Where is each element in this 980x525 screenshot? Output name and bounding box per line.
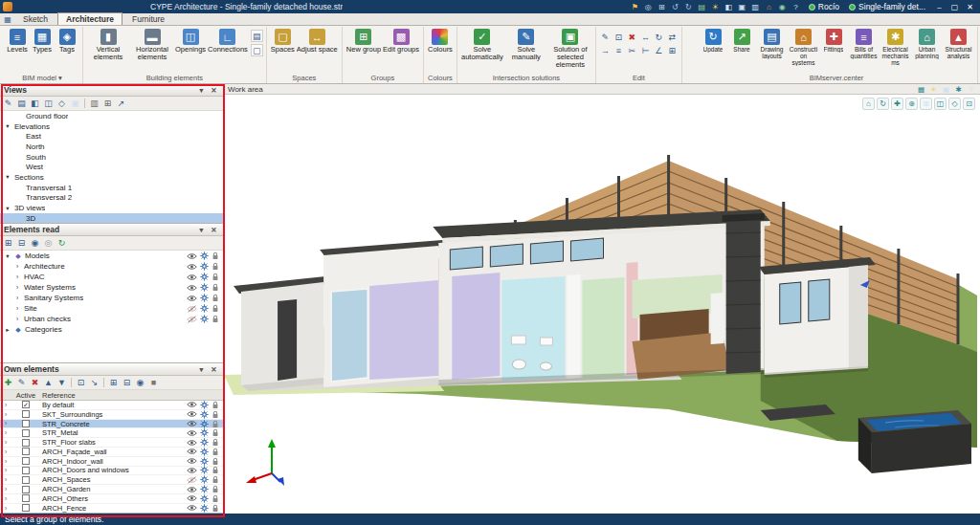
close-button[interactable]: ✕ [963, 1, 977, 12]
row-expander-icon[interactable]: › [0, 402, 11, 408]
row-expander-icon[interactable]: › [0, 467, 11, 473]
lock-icon[interactable] [212, 428, 219, 437]
own-element-row[interactable]: ›ARCH_Others [0, 494, 223, 504]
lock-icon[interactable] [212, 273, 219, 281]
own-element-row[interactable]: ›ARCH_Indoor_wall [0, 457, 223, 467]
wall-layers-icon[interactable]: ▤ [251, 30, 263, 42]
lock-icon[interactable] [212, 438, 219, 447]
ribbon-button-construction-systems[interactable]: ⌂Construction systems [788, 28, 819, 67]
collapse-all-icon[interactable]: ⊟ [121, 377, 133, 389]
printer-icon[interactable]: ▥ [749, 1, 762, 12]
eye-icon[interactable] [187, 316, 197, 323]
gear-icon[interactable] [200, 438, 209, 447]
view-tree-item[interactable]: South [0, 152, 223, 163]
active-checkbox[interactable] [22, 467, 30, 474]
own-element-row[interactable]: ›ARCH_Spaces [0, 475, 223, 485]
expander-icon[interactable]: › [13, 284, 21, 291]
zoom-window-icon[interactable]: ⊞ [920, 98, 932, 110]
ribbon-button-electrical-mechanisms[interactable]: ✱Electrical mechanisms [880, 28, 911, 67]
move-up-icon[interactable]: ▲ [42, 377, 55, 389]
offset-icon[interactable]: → [599, 44, 612, 56]
ribbon-button-new-group[interactable]: ⊞New group [345, 28, 382, 55]
help-icon[interactable]: ? [790, 1, 802, 12]
active-checkbox[interactable] [22, 504, 30, 512]
rotate-icon[interactable]: ↻ [653, 31, 665, 43]
active-checkbox[interactable] [22, 494, 30, 502]
lock-icon[interactable] [212, 420, 219, 428]
ribbon-button-share[interactable]: ↗Share [727, 28, 756, 54]
layout-icon[interactable]: ⊞ [101, 98, 114, 110]
floor-plan-icon[interactable]: ▤ [15, 98, 28, 110]
lock-icon[interactable] [212, 315, 219, 323]
model-tree-item[interactable]: ›Site [0, 303, 223, 314]
gear-icon[interactable] [200, 283, 209, 292]
expander-icon[interactable]: › [13, 316, 21, 322]
gear-icon[interactable] [200, 448, 209, 456]
display-icon[interactable]: ▦ [916, 84, 926, 94]
import-icon[interactable]: ↘ [88, 377, 100, 389]
panel-collapse-icon[interactable]: ▾ [196, 85, 207, 96]
expander-icon[interactable]: › [13, 263, 21, 270]
expander-icon[interactable]: ▸ [4, 326, 11, 334]
view-tree-item[interactable]: Ground floor [0, 111, 223, 121]
collapse-all-icon[interactable]: ⊟ [15, 237, 28, 250]
eye-icon[interactable] [187, 486, 197, 493]
expand-all-icon[interactable]: ⊞ [2, 237, 14, 250]
panel-close-icon[interactable]: ✕ [209, 225, 219, 235]
fullscreen-icon[interactable]: ⊡ [963, 98, 975, 110]
expander-icon[interactable]: ▾ [4, 122, 11, 130]
panel-collapse-icon[interactable]: ▾ [196, 225, 207, 235]
model-tree-item[interactable]: ›Urban checks [0, 314, 223, 324]
lock-all-icon[interactable]: ■ [147, 377, 160, 389]
gear-icon[interactable] [200, 410, 209, 419]
ribbon-button-openings[interactable]: ◫Openings [174, 28, 207, 55]
row-expander-icon[interactable]: › [0, 439, 11, 446]
eye-icon[interactable] [187, 284, 197, 292]
expand-all-icon[interactable]: ⊞ [107, 377, 120, 389]
lock-icon[interactable] [212, 401, 219, 409]
perspective-icon[interactable]: ◇ [948, 98, 961, 110]
gear-icon[interactable] [200, 262, 209, 271]
own-element-row[interactable]: ›STR_Metal [0, 428, 223, 438]
eye-icon[interactable] [187, 273, 197, 281]
model-tree-item[interactable]: ›Sanitary Systems [0, 293, 223, 303]
lock-icon[interactable] [212, 485, 219, 493]
lock-icon[interactable] [212, 448, 219, 456]
gear-icon[interactable] [200, 428, 209, 437]
delete-icon[interactable]: ✖ [29, 377, 41, 389]
column-reference[interactable]: Reference [40, 391, 223, 400]
model-tree-item[interactable]: ›Architecture [0, 261, 223, 272]
ribbon-button-tags[interactable]: ◈Tags [55, 28, 79, 55]
building-icon[interactable]: ⌂ [763, 1, 775, 12]
gear-icon[interactable] [200, 475, 209, 484]
tab-sketch[interactable]: Sketch [14, 12, 56, 25]
eye-icon[interactable] [187, 504, 197, 512]
help-icon[interactable]: ? [966, 84, 976, 94]
add-icon[interactable]: ✚ [2, 377, 14, 389]
camera-icon[interactable]: ▣ [736, 1, 748, 12]
sun-icon[interactable]: ☀ [928, 84, 939, 94]
own-element-row[interactable]: ›ARCH_Doors and windows [0, 467, 223, 476]
ribbon-button-horizontal-elements[interactable]: ▬Horizontal elements [130, 28, 174, 62]
hide-all-icon[interactable]: ◎ [42, 237, 55, 250]
lock-icon[interactable] [212, 494, 219, 503]
settings-icon[interactable]: ✱ [953, 84, 964, 94]
model-tree-item[interactable]: ▸◆Categories [0, 324, 223, 335]
lock-icon[interactable] [212, 457, 219, 466]
camera-icon[interactable]: ▣ [69, 98, 81, 110]
active-checkbox[interactable] [22, 429, 30, 437]
move-icon[interactable]: ↔ [639, 31, 652, 43]
expander-icon[interactable]: › [13, 273, 21, 280]
active-checkbox[interactable] [22, 439, 30, 447]
lock-icon[interactable] [212, 294, 219, 302]
model-tree-item[interactable]: ›HVAC [0, 272, 223, 282]
frame-icon[interactable]: ▢ [251, 44, 263, 56]
menu-grid-icon[interactable]: ▦ [2, 14, 13, 25]
expander-icon[interactable]: › [13, 305, 21, 312]
lock-icon[interactable] [212, 252, 219, 260]
eye-icon[interactable] [187, 295, 197, 302]
row-expander-icon[interactable]: › [0, 486, 11, 492]
ribbon-button-bills-of-quantities[interactable]: ≡Bills of quantities [848, 28, 880, 60]
minimize-button[interactable]: – [932, 1, 947, 12]
gear-icon[interactable] [200, 273, 209, 281]
